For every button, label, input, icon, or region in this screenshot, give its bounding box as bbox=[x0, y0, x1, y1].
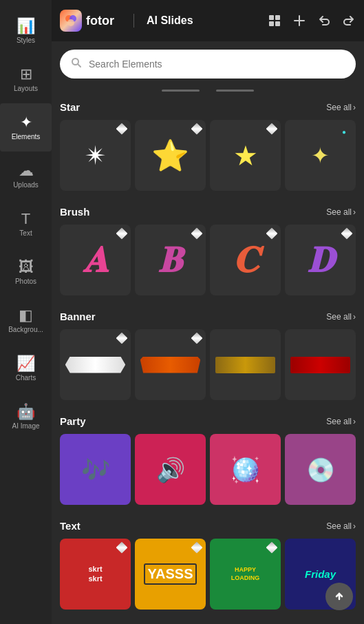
add-button[interactable] bbox=[292, 14, 306, 28]
redo-button[interactable] bbox=[342, 14, 356, 28]
svg-rect-6 bbox=[275, 21, 280, 26]
banner-grid bbox=[60, 329, 356, 400]
skrt-sticker-text: skrtskrt bbox=[88, 565, 102, 583]
sidebar-icon-backgrounds: ◧ bbox=[19, 308, 33, 323]
turntable-icon: 🎶 bbox=[81, 456, 110, 483]
sidebar-item-text[interactable]: T Text bbox=[0, 200, 52, 248]
banner-section-title: Banner bbox=[60, 311, 96, 322]
happy-loading-card[interactable]: HAPPYLOADING bbox=[210, 539, 281, 610]
brush-section-header: Brush See all › bbox=[60, 206, 356, 218]
sidebar-label-charts: Charts bbox=[16, 374, 36, 382]
banner-tan-card[interactable] bbox=[210, 329, 281, 400]
star-pixel-icon: ⭐ bbox=[151, 138, 189, 174]
sidebar-label-elements: Elements bbox=[12, 133, 41, 141]
banner-section-header: Banner See all › bbox=[60, 311, 356, 322]
brush-letter-d: 𝐃 bbox=[308, 239, 334, 281]
grid-view-button[interactable] bbox=[268, 14, 281, 28]
banner-red-card[interactable] bbox=[285, 329, 356, 400]
svg-point-2 bbox=[67, 19, 74, 26]
premium-badge-2 bbox=[191, 123, 202, 134]
sidebar-item-elements[interactable]: ✦ Elements bbox=[0, 103, 52, 152]
star-sketch-icon: ✴ bbox=[85, 141, 107, 171]
vinyl-card[interactable]: 💿 bbox=[285, 434, 356, 505]
star-pixel-card[interactable]: ⭐ bbox=[135, 120, 206, 191]
happy-loading-text: HAPPYLOADING bbox=[231, 566, 260, 582]
header-divider bbox=[133, 14, 134, 28]
sidebar-item-ai-image[interactable]: 🤖 AI Image bbox=[0, 393, 52, 441]
sidebar-icon-charts: 📈 bbox=[17, 356, 35, 371]
star-section-header: Star See all › bbox=[60, 101, 356, 113]
text-sticker-section: Text See all › skrtskrt YASSS HAPPYLOADI… bbox=[52, 513, 364, 618]
yasss-sticker-card[interactable]: YASSS bbox=[135, 539, 206, 610]
brush-badge-2 bbox=[191, 228, 202, 239]
sidebar-item-uploads[interactable]: ☁ Uploads bbox=[0, 152, 52, 200]
banner-badge-2 bbox=[191, 333, 202, 344]
star-3d-card[interactable]: ★ bbox=[210, 120, 281, 191]
brush-section: Brush See all › 𝐀 𝐁 𝐂 𝐃 bbox=[52, 199, 364, 304]
sidebar-item-photos[interactable]: 🖼 Photos bbox=[0, 248, 52, 296]
brush-badge-1 bbox=[116, 228, 127, 239]
sparkle-card[interactable]: ✦ ● bbox=[285, 120, 356, 191]
turntable-card[interactable]: 🎶 bbox=[60, 434, 131, 505]
brush-c-card[interactable]: 𝐂 bbox=[210, 225, 281, 295]
text-badge-1 bbox=[116, 542, 127, 553]
brush-letter-b: 𝐁 bbox=[158, 239, 182, 281]
disco-ball-icon: 🪩 bbox=[230, 455, 261, 484]
banner-section: Banner See all › bbox=[52, 304, 364, 408]
brush-b-card[interactable]: 𝐁 bbox=[135, 225, 206, 295]
banner-orange-item bbox=[140, 357, 201, 373]
sidebar-item-styles[interactable]: 📊 Styles bbox=[0, 7, 52, 55]
svg-line-10 bbox=[78, 64, 81, 67]
text-sticker-section-header: Text See all › bbox=[60, 520, 356, 532]
sidebar-icon-text: T bbox=[21, 211, 30, 227]
star-sketch-card[interactable]: ✴ bbox=[60, 120, 131, 191]
sidebar-icon-uploads: ☁ bbox=[19, 163, 34, 178]
star-see-all-button[interactable]: See all › bbox=[326, 103, 356, 112]
premium-badge-3 bbox=[266, 123, 277, 134]
brush-a-card[interactable]: 𝐀 bbox=[60, 225, 131, 295]
text-badge-2 bbox=[191, 542, 202, 553]
brush-see-all-button[interactable]: See all › bbox=[326, 207, 356, 217]
back-to-top-button[interactable] bbox=[325, 583, 353, 610]
header-bar: fotor AI Slides bbox=[52, 0, 364, 41]
banner-see-all-button[interactable]: See all › bbox=[326, 312, 356, 322]
speaker-icon: 🔊 bbox=[156, 456, 185, 483]
sidebar-item-backgrounds[interactable]: ◧ Backgrou... bbox=[0, 296, 52, 344]
text-sticker-grid: skrtskrt YASSS HAPPYLOADING Friday bbox=[60, 539, 356, 610]
party-see-all-button[interactable]: See all › bbox=[326, 417, 356, 426]
search-input[interactable] bbox=[89, 59, 345, 70]
brush-badge-3 bbox=[266, 228, 277, 239]
search-bar-wrap bbox=[52, 41, 364, 84]
sidebar-label-layouts: Layouts bbox=[14, 85, 38, 92]
undo-button[interactable] bbox=[317, 14, 331, 28]
sparkle-dot: ● bbox=[342, 128, 346, 136]
scroll-indicator bbox=[52, 84, 364, 94]
text-sticker-see-all-button[interactable]: See all › bbox=[326, 521, 356, 531]
brush-badge-4 bbox=[341, 228, 352, 239]
logo-text: fotor bbox=[86, 14, 114, 28]
sparkle-icon: ✦ bbox=[311, 143, 330, 169]
skrt-sticker-card[interactable]: skrtskrt bbox=[60, 539, 131, 610]
brush-d-card[interactable]: 𝐃 bbox=[285, 225, 356, 295]
sidebar-label-backgrounds: Backgrou... bbox=[8, 326, 43, 333]
speaker-card[interactable]: 🔊 bbox=[135, 434, 206, 505]
brush-grid: 𝐀 𝐁 𝐂 𝐃 bbox=[60, 225, 356, 295]
sidebar-item-charts[interactable]: 📈 Charts bbox=[0, 344, 52, 393]
party-section: Party See all › 🎶 🔊 🪩 💿 bbox=[52, 408, 364, 513]
disco-ball-card[interactable]: 🪩 bbox=[210, 434, 281, 505]
search-bar bbox=[60, 50, 356, 79]
logo-area: fotor bbox=[60, 10, 114, 32]
banner-orange-card[interactable] bbox=[135, 329, 206, 400]
sidebar-icon-elements: ✦ bbox=[20, 115, 32, 130]
vinyl-icon: 💿 bbox=[306, 456, 335, 483]
yasss-sticker-text: YASSS bbox=[144, 563, 197, 585]
sidebar-item-layouts[interactable]: ⊞ Layouts bbox=[0, 55, 52, 103]
party-section-title: Party bbox=[60, 415, 86, 427]
brush-section-title: Brush bbox=[60, 206, 89, 218]
banner-tan-item bbox=[215, 357, 276, 373]
star-3d-icon: ★ bbox=[233, 140, 258, 171]
sidebar-icon-ai-image: 🤖 bbox=[17, 404, 35, 419]
svg-rect-5 bbox=[269, 21, 274, 26]
banner-white-card[interactable] bbox=[60, 329, 131, 400]
banner-red-item bbox=[290, 357, 351, 373]
